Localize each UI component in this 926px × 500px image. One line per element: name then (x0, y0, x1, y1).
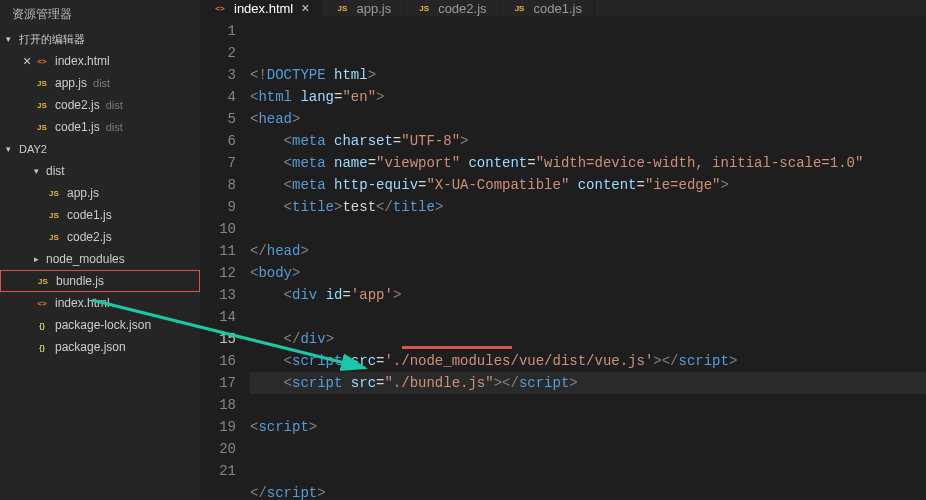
code-line[interactable]: <script src='./node_modules/vue/dist/vue… (250, 350, 926, 372)
line-number: 15 (200, 328, 236, 350)
line-number: 5 (200, 108, 236, 130)
chevron-down-icon: ▾ (6, 144, 16, 154)
file-name: code1.js (67, 208, 112, 222)
tab-label: index.html (234, 1, 293, 16)
file-name: code2.js (67, 230, 112, 244)
js-file-icon: JS (416, 0, 432, 16)
folder-item[interactable]: ▾dist (0, 160, 200, 182)
line-number: 20 (200, 438, 236, 460)
file-name: package-lock.json (55, 318, 151, 332)
code-line[interactable]: <!DOCTYPE html> (250, 64, 926, 86)
js-file-icon: JS (34, 119, 50, 135)
open-editor-item[interactable]: JScode2.jsdist (0, 94, 200, 116)
code-editor[interactable]: 123456789101112131415161718192021 <!DOCT… (200, 16, 926, 500)
code-line[interactable]: <div id='app'> (250, 284, 926, 306)
code-line[interactable]: <script src="./bundle.js"></script> (250, 372, 926, 394)
tab-label: code1.js (534, 1, 582, 16)
file-path-suffix: dist (106, 99, 123, 111)
code-line[interactable] (250, 394, 926, 416)
code-line[interactable]: </script> (250, 482, 926, 500)
code-line[interactable]: <meta name="viewport" content="width=dev… (250, 152, 926, 174)
editor-area: <>index.html×JSapp.jsJScode2.jsJScode1.j… (200, 0, 926, 500)
code-line[interactable]: <title>test</title> (250, 196, 926, 218)
line-number: 10 (200, 218, 236, 240)
chevron-right-icon: ▸ (34, 254, 44, 264)
js-file-icon: JS (46, 185, 62, 201)
file-name: index.html (55, 296, 110, 310)
code-line[interactable] (250, 218, 926, 240)
js-file-icon: JS (46, 229, 62, 245)
explorer-sidebar: 资源管理器 ▾ 打开的编辑器 ×<>index.htmlJSapp.jsdist… (0, 0, 200, 500)
js-file-icon: JS (512, 0, 528, 16)
folder-name: dist (46, 164, 65, 178)
html-file-icon: <> (34, 53, 50, 69)
line-number: 13 (200, 284, 236, 306)
file-name: app.js (67, 186, 99, 200)
open-editors-label: 打开的编辑器 (19, 32, 85, 47)
tab-code1-js[interactable]: JScode1.js (500, 0, 595, 16)
code-line[interactable]: <script> (250, 416, 926, 438)
tab-label: app.js (356, 1, 391, 16)
folder-header[interactable]: ▾ DAY2 (0, 138, 200, 160)
file-item[interactable]: JSapp.js (0, 182, 200, 204)
tab-code2-js[interactable]: JScode2.js (404, 0, 499, 16)
explorer-title: 资源管理器 (0, 0, 200, 28)
line-number: 6 (200, 130, 236, 152)
line-number: 19 (200, 416, 236, 438)
folder-name: node_modules (46, 252, 125, 266)
annotation-underline (402, 346, 512, 349)
chevron-down-icon: ▾ (6, 34, 16, 44)
tab-app-js[interactable]: JSapp.js (322, 0, 404, 16)
code-line[interactable]: </div> (250, 328, 926, 350)
code-line[interactable] (250, 306, 926, 328)
js-file-icon: JS (34, 97, 50, 113)
line-number: 7 (200, 152, 236, 174)
tab-label: code2.js (438, 1, 486, 16)
close-icon[interactable]: × (20, 53, 34, 69)
code-line[interactable]: <meta http-equiv="X-UA-Compatible" conte… (250, 174, 926, 196)
line-number: 12 (200, 262, 236, 284)
file-name: app.js (55, 76, 87, 90)
file-item[interactable]: JScode2.js (0, 226, 200, 248)
line-number: 9 (200, 196, 236, 218)
open-editor-item[interactable]: JScode1.jsdist (0, 116, 200, 138)
code-line[interactable]: </head> (250, 240, 926, 262)
js-file-icon: JS (334, 0, 350, 16)
open-editor-item[interactable]: ×<>index.html (0, 50, 200, 72)
file-path-suffix: dist (93, 77, 110, 89)
folder-item[interactable]: ▸node_modules (0, 248, 200, 270)
tab-bar: <>index.html×JSapp.jsJScode2.jsJScode1.j… (200, 0, 926, 16)
file-name: index.html (55, 54, 110, 68)
line-number: 18 (200, 394, 236, 416)
folder-name: DAY2 (19, 143, 47, 155)
line-number: 3 (200, 64, 236, 86)
open-editors-header[interactable]: ▾ 打开的编辑器 (0, 28, 200, 50)
line-number: 14 (200, 306, 236, 328)
open-editor-item[interactable]: JSapp.jsdist (0, 72, 200, 94)
file-item[interactable]: <>index.html (0, 292, 200, 314)
code-line[interactable]: <body> (250, 262, 926, 284)
tab-index-html[interactable]: <>index.html× (200, 0, 322, 16)
json-file-icon: {} (34, 317, 50, 333)
code-content[interactable]: <!DOCTYPE html><html lang="en"><head> <m… (250, 16, 926, 500)
js-file-icon: JS (34, 75, 50, 91)
close-icon[interactable]: × (301, 0, 309, 16)
code-line[interactable] (250, 460, 926, 482)
file-name: bundle.js (56, 274, 104, 288)
line-number: 8 (200, 174, 236, 196)
chevron-down-icon: ▾ (34, 166, 44, 176)
file-item[interactable]: {}package.json (0, 336, 200, 358)
js-file-icon: JS (35, 273, 51, 289)
line-number-gutter: 123456789101112131415161718192021 (200, 16, 250, 500)
file-item[interactable]: JSbundle.js (0, 270, 200, 292)
code-line[interactable]: <meta charset="UTF-8"> (250, 130, 926, 152)
file-item[interactable]: JScode1.js (0, 204, 200, 226)
code-line[interactable] (250, 438, 926, 460)
line-number: 11 (200, 240, 236, 262)
code-line[interactable]: <html lang="en"> (250, 86, 926, 108)
html-file-icon: <> (212, 0, 228, 16)
file-name: code2.js (55, 98, 100, 112)
file-name: package.json (55, 340, 126, 354)
file-item[interactable]: {}package-lock.json (0, 314, 200, 336)
code-line[interactable]: <head> (250, 108, 926, 130)
